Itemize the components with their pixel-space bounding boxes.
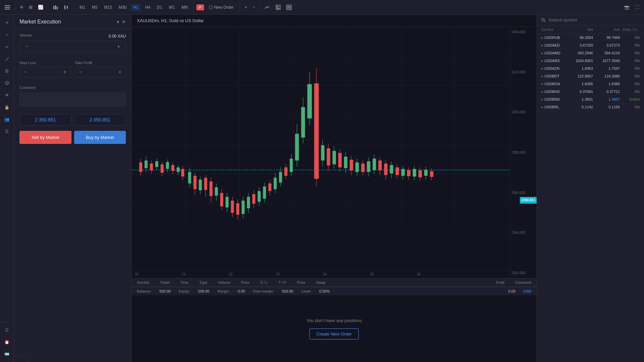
col-tp: T / P [279,280,286,285]
change-value: 0% [620,43,640,47]
svg-rect-0 [5,5,10,6]
change-value: 0% [620,82,640,86]
watchlist-rows: USDRUB 90.2004 98.7669 0% USDAED 3.67250… [537,34,644,111]
sidebar-pencil[interactable]: ✏ [2,42,12,52]
wl-col-bid: Bid [566,28,593,32]
watchlist-row[interactable]: USDAMD 393.2946 394.4124 0% [537,49,644,57]
volume-increase-btn[interactable]: + [112,41,126,52]
screenshot-btn[interactable]: 📷 [622,3,632,11]
time-13: 13 [276,272,280,276]
time-axis: 10 11 12 13 14 15 16 [132,270,510,278]
sidebar-line[interactable] [2,54,12,64]
tf-m30[interactable]: M30 [116,4,129,11]
svg-rect-57 [171,165,174,171]
watchlist-row[interactable]: USDBND 1.3601 1.3607 0.01% [537,96,644,103]
sidebar-layers[interactable] [2,78,12,89]
chart-canvas[interactable]: 2440.000 2420.000 2400.000 2380.000 2360… [132,27,537,278]
watchlist-row[interactable]: USDARS 1024.8001 1077.3540 0% [537,57,644,65]
sidebar-lock[interactable]: 🔒 [2,102,12,113]
panel-close-btn[interactable]: ✕ [122,19,126,24]
sidebar-crosshair[interactable]: ✛ [2,17,12,28]
buy-market-btn[interactable]: Buy by Market [74,131,126,144]
menu-button[interactable] [3,3,12,11]
col-comment: Comment [515,280,531,285]
sl-decrease-btn[interactable]: − [20,67,31,77]
crosshair-btn[interactable]: ✛ [18,3,26,11]
change-value: 0% [620,74,640,78]
sidebar-chain[interactable]: ⛓ [2,66,12,76]
bottom-list-icon[interactable]: ☰ [2,325,12,335]
bottom-id-icon[interactable]: 🪪 [2,349,12,359]
tf-m1[interactable]: M1 [77,4,88,11]
svg-rect-51 [161,164,164,173]
watchlist-row[interactable]: USDBHD 0.37681 0.37721 0% [537,88,644,96]
svg-rect-63 [181,169,184,176]
svg-rect-21 [287,8,291,9]
svg-rect-54 [166,162,169,169]
volume-value: 0.00 XAU [109,34,126,39]
svg-rect-180 [401,169,405,175]
fullscreen-btn[interactable]: ⛶ [633,3,641,11]
tf-m5[interactable]: M5 [89,4,100,11]
level-value: 0.00% [319,289,330,293]
sidebar-plus[interactable]: + [2,30,12,40]
sell-price-btn[interactable]: 2 350.651 [19,114,71,125]
watchlist-row[interactable]: USDAED 3.67250 3.67273 0% [537,42,644,49]
time-10: 10 [135,272,139,276]
watchlist-row[interactable]: USDRUB 90.2004 98.7669 0% [537,34,644,42]
symbol-search-input[interactable] [548,17,640,22]
watchlist-row[interactable]: USDBDT 122.8857 124.2086 0% [537,72,644,80]
svg-rect-4 [55,5,56,9]
plus-toolbar-btn[interactable]: + [243,3,249,11]
svg-rect-15 [279,6,280,6]
tf-w1[interactable]: W1 [166,4,178,11]
multi-chart-btn[interactable]: ⊞ [27,3,35,11]
tf-m15[interactable]: M15 [101,4,114,11]
price-2340: 2340.000 [511,231,535,235]
panel-collapse-btn[interactable]: ▾ [117,19,119,24]
buy-price-btn[interactable]: 2 350.851 [74,114,126,125]
candle-chart-btn[interactable] [62,3,71,11]
line-chart-btn[interactable]: 📈 [36,3,45,11]
svg-rect-69 [193,176,196,189]
sidebar-users[interactable]: 👥 [2,114,12,125]
tf-d1[interactable]: D1 [154,4,165,11]
template-btn[interactable] [274,3,283,11]
take-profit-col: Take Profit − + [75,61,126,77]
tp-decrease-btn[interactable]: − [75,67,86,77]
chart-title: XAUUSDm, H1: Gold vs US Dollar [132,15,537,27]
currency-value: USD [524,289,531,293]
sidebar-list[interactable]: ☰ [2,126,12,137]
symbol-name: USDBRL [541,105,566,109]
profile-btn[interactable]: P [196,4,204,10]
time-14: 14 [323,272,327,276]
sidebar-eye[interactable]: 👁 [2,90,12,101]
bottom-clock-icon[interactable]: ⏰ [2,337,12,348]
volume-decrease-btn[interactable]: − [20,41,34,52]
create-order-btn[interactable]: Create New Order [309,328,359,340]
sl-increase-btn[interactable]: + [59,67,70,77]
time-15: 15 [370,272,374,276]
svg-rect-135 [314,83,319,179]
bid-value: 393.2946 [566,51,593,55]
sell-market-btn[interactable]: Sell by Market [19,131,71,144]
wl-col-symbol: Symbol [541,28,566,32]
bar-chart-btn[interactable] [51,3,60,11]
watchlist-row[interactable]: USDAZN 1.6953 1.7047 0% [537,65,644,72]
tp-increase-btn[interactable]: + [114,67,126,77]
minus-toolbar-btn[interactable]: − [251,3,257,11]
comment-input[interactable] [19,93,126,106]
watchlist-row[interactable]: USDBGN 1.8305 1.8389 0% [537,80,644,88]
svg-rect-14 [277,6,278,7]
tf-mn[interactable]: MN [179,4,191,11]
tf-h1[interactable]: H1 [131,4,141,11]
list-view-btn[interactable] [284,3,294,11]
indicator-btn[interactable] [263,4,272,11]
symbol-name: USDBDT [541,74,566,78]
col-sl: S / L [260,280,268,285]
new-order-button[interactable]: New Order [205,4,237,11]
tf-h4[interactable]: H4 [142,4,153,11]
wl-col-change: Daily Ch... [620,28,640,32]
price-2380: 2380.000 [511,151,535,154]
watchlist-row[interactable]: USDBRL 5.1142 5.1156 0% [537,103,644,111]
